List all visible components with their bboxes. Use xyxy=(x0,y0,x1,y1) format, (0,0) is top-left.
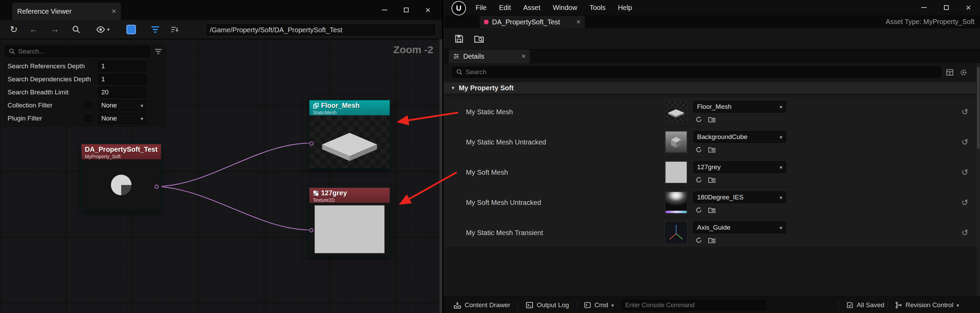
asset-thumbnail[interactable] xyxy=(665,222,687,244)
minimize-button[interactable] xyxy=(916,1,932,14)
browse-to-asset-button[interactable] xyxy=(707,175,717,184)
settings-button[interactable] xyxy=(958,67,969,78)
content-drawer-button[interactable]: Content Drawer xyxy=(453,297,510,313)
reset-to-default-button[interactable]: ↺ xyxy=(959,197,971,208)
plugin-filter-dropdown[interactable]: None ▾ xyxy=(98,113,146,124)
reset-to-default-button[interactable]: ↺ xyxy=(959,227,971,238)
asset-thumbnail[interactable] xyxy=(665,192,687,213)
forward-button[interactable]: → xyxy=(48,23,62,37)
display-options-button[interactable] xyxy=(945,67,955,78)
menu-item-file[interactable]: File xyxy=(476,4,487,12)
reference-viewer-titlebar[interactable]: Reference Viewer × × xyxy=(0,0,442,20)
asset-tab[interactable]: DA_PropertySoft_Test × xyxy=(480,16,585,28)
close-icon: × xyxy=(966,2,971,13)
asset-picker-dropdown[interactable]: 127grey ▾ xyxy=(693,161,786,173)
category-header-my-property-soft[interactable]: ▼ My Property Soft xyxy=(444,83,980,94)
back-button[interactable]: ← xyxy=(27,23,41,37)
dependencies-depth-input[interactable] xyxy=(101,76,143,83)
console-command-field[interactable] xyxy=(622,300,766,310)
reset-to-default-button[interactable]: ↺ xyxy=(959,106,971,118)
revision-control-button[interactable]: Revision Control ▾ xyxy=(895,297,959,313)
browse-to-asset-button[interactable] xyxy=(707,205,717,215)
menu-item-window[interactable]: Window xyxy=(553,4,577,12)
graph-scrollbar[interactable] xyxy=(439,39,442,313)
use-selected-asset-button[interactable] xyxy=(694,145,703,154)
maximize-button[interactable] xyxy=(399,3,414,17)
filter-button[interactable] xyxy=(148,23,162,37)
dependencies-depth-field[interactable] xyxy=(98,74,146,84)
graph-node-da-propertysoft-test[interactable]: DA_PropertySoft_Test MyProperty_Soft xyxy=(81,144,161,211)
use-selected-asset-button[interactable] xyxy=(694,235,703,245)
reset-to-default-button[interactable]: ↺ xyxy=(959,167,971,178)
search-filter-button[interactable] xyxy=(153,46,164,57)
close-icon[interactable]: × xyxy=(521,52,526,60)
asset-picker-dropdown[interactable]: Axis_Guide ▾ xyxy=(693,222,786,234)
visibility-menu-button[interactable]: ▾ xyxy=(92,23,113,37)
menu-item-asset[interactable]: Asset xyxy=(523,4,541,12)
details-search-field[interactable] xyxy=(452,67,941,78)
output-log-button[interactable]: Output Log xyxy=(525,297,569,313)
maximize-button[interactable] xyxy=(939,1,954,14)
collection-filter-dropdown[interactable]: None ▾ xyxy=(98,100,146,111)
reference-viewer-window: Reference Viewer × × ↻ ← → ▾ xyxy=(0,0,442,313)
menu-item-edit[interactable]: Edit xyxy=(499,4,511,12)
save-button[interactable] xyxy=(452,31,467,46)
refresh-button[interactable]: ↻ xyxy=(7,23,21,37)
chevron-down-icon: ▾ xyxy=(611,303,614,308)
plugin-filter-checkbox[interactable] xyxy=(85,115,92,122)
close-window-button[interactable]: × xyxy=(961,1,976,14)
input-pin[interactable] xyxy=(309,228,313,232)
setting-row-breadth-limit: Search Breadth Limit xyxy=(3,86,167,99)
setting-row-referencers-depth: Search Referencers Depth xyxy=(3,60,167,73)
browse-to-asset-button[interactable] xyxy=(471,31,487,46)
cmd-selector[interactable]: Cmd ▾ xyxy=(584,297,614,313)
browse-to-asset-button[interactable] xyxy=(707,145,717,154)
save-status-button[interactable]: All Saved xyxy=(846,297,884,313)
browse-to-asset-button[interactable] xyxy=(707,235,717,245)
console-command-input[interactable] xyxy=(625,302,762,309)
collection-filter-checkbox[interactable] xyxy=(85,102,92,109)
browse-to-asset-button[interactable] xyxy=(707,114,717,124)
close-icon[interactable]: × xyxy=(111,8,116,15)
zoom-to-fit-button[interactable] xyxy=(69,23,83,37)
graph-node-floor-mesh[interactable]: Floor_Mesh StaticMesh xyxy=(309,100,390,168)
use-selected-asset-button[interactable] xyxy=(694,114,703,124)
details-scrollbar[interactable] xyxy=(977,63,980,297)
referencers-depth-field[interactable] xyxy=(98,61,146,71)
graph-search-field[interactable] xyxy=(5,46,150,57)
reference-graph[interactable]: Zoom -2 Search Referencers Depth xyxy=(0,39,442,313)
node-title: Floor_Mesh xyxy=(321,102,360,110)
asset-picker-dropdown[interactable]: Floor_Mesh ▾ xyxy=(693,101,786,113)
minimize-button[interactable] xyxy=(377,3,392,17)
graph-node-127grey[interactable]: 127grey Texture2D xyxy=(309,187,390,256)
forward-icon: → xyxy=(51,24,59,35)
breadth-limit-field[interactable] xyxy=(98,87,146,97)
input-pin[interactable] xyxy=(309,141,313,146)
use-selected-asset-button[interactable] xyxy=(694,205,703,215)
referencers-depth-input[interactable] xyxy=(101,62,143,70)
close-icon[interactable]: × xyxy=(576,18,581,26)
asset-thumbnail[interactable] xyxy=(665,161,687,183)
asset-thumbnail[interactable] xyxy=(665,131,687,153)
graph-search-input[interactable] xyxy=(18,48,146,55)
details-search-input[interactable] xyxy=(466,68,937,76)
asset-picker-dropdown[interactable]: BackgroundCube ▾ xyxy=(693,131,786,143)
output-pin[interactable] xyxy=(154,184,159,189)
chevron-down-icon: ▾ xyxy=(780,225,782,230)
breadth-limit-input[interactable] xyxy=(101,89,143,96)
use-selected-asset-button[interactable] xyxy=(694,175,703,184)
details-tab[interactable]: Details × xyxy=(449,49,530,63)
sort-options-button[interactable] xyxy=(168,23,182,37)
close-window-button[interactable]: × xyxy=(420,3,435,17)
filters-panel-toggle[interactable] xyxy=(124,23,139,37)
reference-viewer-tab[interactable]: Reference Viewer × xyxy=(12,3,121,20)
menu-item-tools[interactable]: Tools xyxy=(590,4,606,12)
asset-path-input[interactable] xyxy=(210,26,432,34)
asset-thumbnail[interactable] xyxy=(665,101,687,123)
asset-path-field[interactable] xyxy=(205,23,436,37)
reset-to-default-button[interactable]: ↺ xyxy=(959,136,971,148)
asset-picker-dropdown[interactable]: 180Degree_IES ▾ xyxy=(693,192,786,203)
menu-item-help[interactable]: Help xyxy=(618,4,632,12)
scrollbar-handle[interactable] xyxy=(977,67,980,149)
divider xyxy=(577,301,577,310)
